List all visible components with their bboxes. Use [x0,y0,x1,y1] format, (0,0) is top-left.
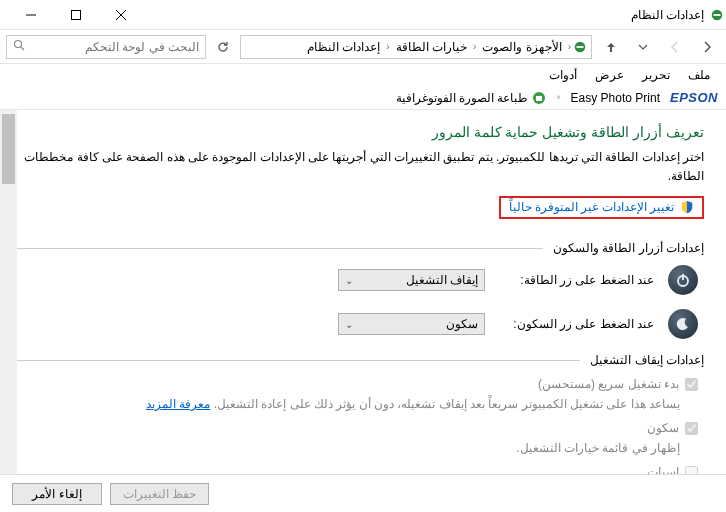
titlebar: إعدادات النظام [0,0,726,30]
svg-line-9 [21,47,24,50]
epson-logo: EPSON [670,90,718,105]
minimize-button[interactable] [8,1,53,29]
chevron-down-icon: ⌄ [345,319,353,330]
menu-file[interactable]: ملف [680,66,718,84]
fast-startup-checkbox [685,378,698,391]
fast-startup-desc: يساعد هذا على تشغيل الكمبيوتر سريعاً بعد… [8,395,680,413]
window-controls [8,1,143,29]
power-button-label: عند الضغط على زر الطاقة: [499,273,654,287]
sleep-button-label: عند الضغط على زر السكون: [499,317,654,331]
search-box[interactable] [6,35,206,59]
menubar: ملف تحرير عرض أدوات [0,64,726,86]
change-unavailable-settings-link[interactable]: تغيير الإعدادات غير المتوفرة حالياً [499,196,704,219]
cancel-button[interactable]: إلغاء الأمر [12,483,102,505]
chevron-left-icon: ‹ [473,41,476,52]
svg-rect-1 [714,14,721,16]
save-button: حفظ التغييرات [110,483,209,505]
sleep-desc: إظهار في قائمة خيارات التشغيل. [8,439,680,457]
nav-recent-button[interactable] [630,34,656,60]
scrollbar-thumb[interactable] [2,114,15,184]
section-header-buttons: إعدادات أزرار الطاقة والسكون [8,241,704,255]
epson-toolbar: EPSON Easy Photo Print • طباعة الصورة ال… [0,86,726,110]
maximize-button[interactable] [53,1,98,29]
window-title: إعدادات النظام [631,8,704,22]
epson-photo-print[interactable]: طباعة الصورة الفوتوغرافية [396,91,547,105]
power-button-row: عند الضغط على زر الطاقة: إيقاف التشغيل ⌄ [8,265,704,295]
svg-rect-11 [536,96,542,101]
chevron-left-icon: ‹ [568,41,571,52]
svg-rect-3 [71,10,80,19]
sleep-button-combo[interactable]: سكون ⌄ [338,313,485,335]
nav-up-button[interactable] [598,34,624,60]
learn-more-link[interactable]: معرفة المزيد [146,397,210,411]
scrollbar[interactable] [0,110,17,474]
app-icon [710,8,724,22]
main-content: تعريف أزرار الطاقة وتشغيل حماية كلمة الم… [0,110,726,474]
chevron-down-icon: ⌄ [345,275,353,286]
power-button-combo[interactable]: إيقاف التشغيل ⌄ [338,269,485,291]
refresh-button[interactable] [212,36,234,58]
window-title-wrap: إعدادات النظام [631,8,724,22]
menu-edit[interactable]: تحرير [634,66,678,84]
sleep-checkbox-row: سكون [8,421,698,435]
nav-forward-button[interactable] [662,34,688,60]
crumb-2[interactable]: خيارات الطاقة [392,40,471,54]
sleep-checkbox [685,422,698,435]
shutdown-settings: بدء تشغيل سريع (مستحسن) يساعد هذا على تش… [8,377,704,474]
breadcrumb-icon [573,40,587,54]
sleep-button-row: عند الضغط على زر السكون: سكون ⌄ [8,309,704,339]
search-input[interactable] [29,40,199,54]
svg-rect-7 [577,46,584,48]
breadcrumb[interactable]: ‹ الأجهزة والصوت ‹ خيارات الطاقة ‹ إعداد… [240,35,592,59]
chevron-left-icon: ‹ [386,41,389,52]
svg-point-8 [15,41,22,48]
crumb-1[interactable]: الأجهزة والصوت [478,40,565,54]
epson-easy-print[interactable]: Easy Photo Print [571,91,660,105]
crumb-3[interactable]: إعدادات النظام [303,40,384,54]
fast-startup-checkbox-row: بدء تشغيل سريع (مستحسن) [8,377,698,391]
search-icon [13,39,25,54]
menu-view[interactable]: عرض [587,66,632,84]
hibernate-checkbox [685,466,698,474]
menu-tools[interactable]: أدوات [541,66,585,84]
toolbar: ‹ الأجهزة والصوت ‹ خيارات الطاقة ‹ إعداد… [0,30,726,64]
section-header-shutdown: إعدادات إيقاف التشغيل [8,353,704,367]
close-button[interactable] [98,1,143,29]
printer-icon [532,91,546,105]
footer: إلغاء الأمر حفظ التغييرات [0,474,726,512]
hibernate-checkbox-row: إسبات [8,465,698,474]
page-description: اختر إعدادات الطاقة التي تريدها للكمبيوت… [8,148,704,186]
page-title: تعريف أزرار الطاقة وتشغيل حماية كلمة الم… [8,124,704,140]
nav-back-button[interactable] [694,34,720,60]
power-icon [668,265,698,295]
shield-icon [680,200,694,214]
sleep-icon [668,309,698,339]
